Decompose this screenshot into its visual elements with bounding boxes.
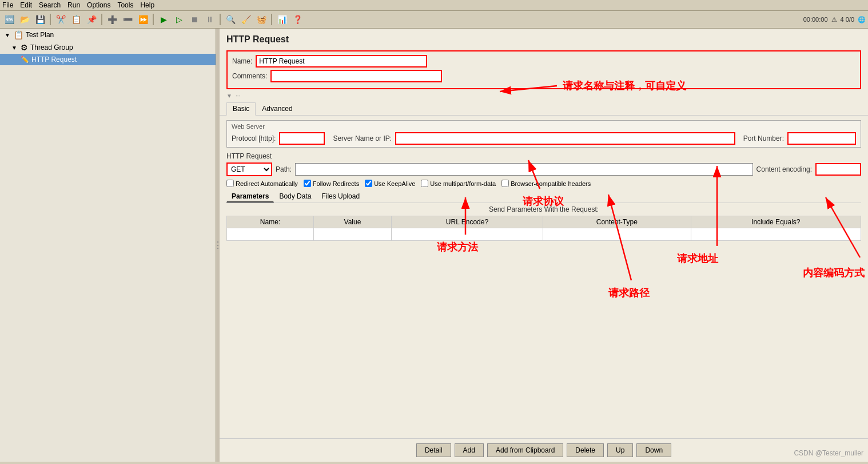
help-button[interactable]: ❓ xyxy=(290,13,304,26)
annotation-encoding: 内容编码方式 xyxy=(803,266,865,280)
col-includeequals: Include Equals? xyxy=(691,216,861,228)
delete-button[interactable]: Delete xyxy=(567,443,604,457)
path-input[interactable] xyxy=(295,163,753,176)
left-panel: ▼ 📋 Test Plan ▼ ⚙ Thread Group ✏️ HTTP R… xyxy=(0,29,216,462)
web-server-section: Web Server Protocol [http]: Server Name … xyxy=(226,120,861,148)
param-tab-parameters[interactable]: Parameters xyxy=(226,191,274,203)
separator-1 xyxy=(50,14,51,25)
down-button[interactable]: Down xyxy=(636,443,671,457)
cut-button[interactable]: ✂️ xyxy=(54,13,67,26)
col-contenttype: Content-Type xyxy=(543,216,691,228)
comments-row: Comments: xyxy=(232,70,855,82)
right-panel: HTTP Request Name: Comments: ▼ ··· Basic… xyxy=(220,29,868,462)
testplan-icon: 📋 xyxy=(14,30,23,39)
server-input[interactable] xyxy=(395,132,735,145)
cell-contenttype xyxy=(543,228,691,241)
http-request-section: HTTP Request GET POST PUT DELETE Path: C… xyxy=(226,152,861,187)
globe-icon: 🌐 xyxy=(858,16,866,23)
shutdown-button[interactable]: ⏸ xyxy=(203,13,217,26)
protocol-input[interactable] xyxy=(279,132,325,145)
play-button[interactable]: ▶ xyxy=(157,13,170,26)
port-input[interactable] xyxy=(787,132,856,145)
name-input[interactable] xyxy=(256,55,427,68)
open-button[interactable]: 📂 xyxy=(18,13,31,26)
menubar: File Edit Search Run Options Tools Help xyxy=(0,0,868,11)
template-button[interactable]: 📊 xyxy=(275,13,289,26)
detail-button[interactable]: Detail xyxy=(416,443,451,457)
toggle-threadgroup[interactable]: ▼ xyxy=(11,45,17,51)
param-tabs: Parameters Body Data Files Upload xyxy=(226,191,861,203)
add-row-button[interactable]: Add xyxy=(455,443,484,457)
label-keepalive: Use KeepAlive xyxy=(374,180,415,187)
httprequest-label: HTTP Request xyxy=(31,55,77,64)
bottom-bar: Detail Add Add from Clipboard Delete Up … xyxy=(220,438,868,462)
name-comments-box: Name: Comments: xyxy=(226,50,861,89)
protocol-label: Protocol [http]: xyxy=(232,134,276,142)
send-params-label: Send Parameters With the Request: xyxy=(226,205,861,213)
menu-run[interactable]: Run xyxy=(67,1,80,9)
method-row: GET POST PUT DELETE Path: Content encodi… xyxy=(226,162,861,176)
menu-edit[interactable]: Edit xyxy=(20,1,32,9)
checkbox-keepalive[interactable] xyxy=(365,180,372,187)
toggle-testplan[interactable]: ▼ xyxy=(5,32,10,38)
cell-includeequals xyxy=(691,228,861,241)
add-button[interactable]: ➕ xyxy=(105,13,119,26)
tree-item-httprequest[interactable]: ✏️ HTTP Request xyxy=(0,54,216,65)
label-browser-headers: Browser-compatible headers xyxy=(511,180,591,187)
dotted-expand: ··· xyxy=(236,93,240,99)
toolbar: 🆕 📂 💾 ✂️ 📋 📌 ➕ ➖ ⏩ ▶ ▷ ⏹ ⏸ 🔍 🧹 🧺 📊 ❓ 00:… xyxy=(0,11,868,29)
checkbox-multipart[interactable] xyxy=(421,180,428,187)
menu-search[interactable]: Search xyxy=(39,1,61,9)
check-browser-headers: Browser-compatible headers xyxy=(501,180,591,187)
clear-all-button[interactable]: 🧺 xyxy=(254,13,268,26)
forward-button[interactable]: ⏩ xyxy=(136,13,150,26)
watermark: CSDN @Tester_muller xyxy=(794,449,863,457)
param-tab-bodydata[interactable]: Body Data xyxy=(274,191,316,203)
label-redirect-auto: Redirect Automatically xyxy=(236,180,298,187)
save-button[interactable]: 💾 xyxy=(33,13,47,26)
timer-display: 00:00:00 xyxy=(803,16,828,23)
httprequest-icon: ✏️ xyxy=(21,55,29,64)
params-table: Name: Value URL Encode? Content-Type Inc… xyxy=(226,216,861,241)
separator-2 xyxy=(101,14,102,25)
clear-button[interactable]: 🧹 xyxy=(239,13,253,26)
main-layout: ▼ 📋 Test Plan ▼ ⚙ Thread Group ✏️ HTTP R… xyxy=(0,29,868,462)
play-no-pause-button[interactable]: ▷ xyxy=(172,13,186,26)
cell-name xyxy=(227,228,314,241)
check-keepalive: Use KeepAlive xyxy=(365,180,415,187)
checkboxes-row: Redirect Automatically Follow Redirects … xyxy=(226,180,861,187)
col-value: Value xyxy=(314,216,392,228)
param-tab-filesupload[interactable]: Files Upload xyxy=(316,191,365,203)
copy-button[interactable]: 📋 xyxy=(69,13,83,26)
up-button[interactable]: Up xyxy=(607,443,633,457)
tree-item-testplan[interactable]: ▼ 📋 Test Plan xyxy=(0,29,216,41)
checkbox-browser-headers[interactable] xyxy=(501,180,509,187)
remove-button[interactable]: ➖ xyxy=(121,13,134,26)
search-button[interactable]: 🔍 xyxy=(224,13,237,26)
panel-title: HTTP Request xyxy=(220,29,868,48)
path-label: Path: xyxy=(276,165,292,173)
menu-file[interactable]: File xyxy=(2,1,13,9)
check-redirect-auto: Redirect Automatically xyxy=(226,180,298,187)
method-select[interactable]: GET POST PUT DELETE xyxy=(226,162,272,176)
menu-help[interactable]: Help xyxy=(140,1,154,9)
col-urlencode: URL Encode? xyxy=(391,216,543,228)
checkbox-redirect-auto[interactable] xyxy=(226,180,234,187)
paste-button[interactable]: 📌 xyxy=(85,13,98,26)
toolbar-status: 00:00:00 ⚠ 4 0/0 🌐 xyxy=(803,16,866,23)
new-button[interactable]: 🆕 xyxy=(2,13,16,26)
checkbox-follow-redirects[interactable] xyxy=(304,180,311,187)
comments-input[interactable] xyxy=(270,70,442,82)
web-server-row: Protocol [http]: Server Name or IP: Port… xyxy=(232,132,856,145)
menu-options[interactable]: Options xyxy=(87,1,110,9)
check-multipart: Use multipart/form-data xyxy=(421,180,496,187)
encoding-input[interactable] xyxy=(815,163,861,176)
tree-item-threadgroup[interactable]: ▼ ⚙ Thread Group xyxy=(0,41,216,54)
menu-tools[interactable]: Tools xyxy=(117,1,133,9)
add-clipboard-button[interactable]: Add from Clipboard xyxy=(487,443,563,457)
tab-basic[interactable]: Basic xyxy=(226,102,256,116)
encoding-label: Content encoding: xyxy=(756,165,812,173)
stop-button[interactable]: ⏹ xyxy=(188,13,201,26)
error-count: 4 0/0 xyxy=(841,16,854,23)
tab-advanced[interactable]: Advanced xyxy=(256,102,298,115)
